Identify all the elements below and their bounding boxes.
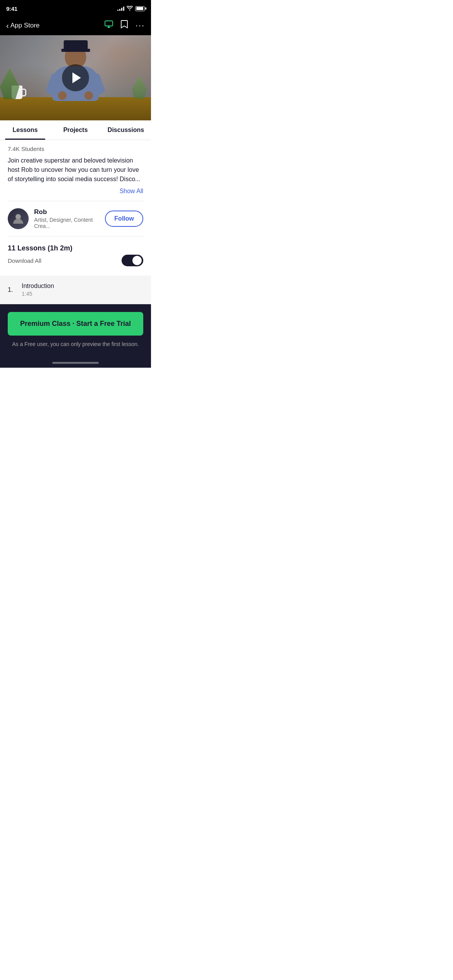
- instructor-title: Artist, Designer, Content Crea...: [34, 217, 100, 229]
- lesson-content: Introduction 1:45: [22, 283, 143, 297]
- signal-icon: [117, 6, 124, 11]
- back-chevron-icon: ‹: [6, 22, 9, 29]
- download-all-label: Download All: [8, 257, 41, 264]
- nav-bar: ‹ App Store ···: [0, 17, 151, 35]
- tab-discussions[interactable]: Discussions: [101, 120, 151, 140]
- lesson-duration: 1:45: [22, 291, 143, 297]
- back-button[interactable]: ‹ App Store: [6, 22, 39, 29]
- video-player[interactable]: [0, 35, 151, 120]
- tab-projects[interactable]: Projects: [50, 120, 101, 140]
- show-all-container: Show All: [0, 186, 151, 201]
- play-triangle-icon: [72, 72, 81, 83]
- svg-point-1: [15, 214, 21, 219]
- instructor-avatar: [8, 208, 29, 229]
- lesson-item[interactable]: 1. Introduction 1:45: [0, 276, 151, 304]
- instructor-row: Rob Artist, Designer, Content Crea... Fo…: [0, 201, 151, 236]
- cta-subtitle: As a Free user, you can only preview the…: [8, 341, 143, 347]
- status-bar: 9:41: [0, 0, 151, 17]
- more-icon[interactable]: ···: [136, 21, 145, 31]
- students-count: 7.4K Students: [0, 140, 151, 152]
- airplay-icon[interactable]: [105, 21, 113, 30]
- lesson-title: Introduction: [22, 283, 143, 290]
- avatar-inner: [8, 208, 29, 229]
- play-button[interactable]: [62, 64, 89, 91]
- nav-action-icons: ···: [105, 20, 145, 31]
- person-hand-left: [58, 91, 67, 100]
- lessons-section: 11 Lessons (1h 2m) Download All: [0, 236, 151, 270]
- svg-rect-0: [105, 21, 113, 26]
- content-area: 7.4K Students Join creative superstar an…: [0, 140, 151, 304]
- cta-button[interactable]: Premium Class · Start a Free Trial: [8, 312, 143, 336]
- toggle-knob: [132, 256, 142, 265]
- person-hat: [63, 40, 88, 52]
- status-icons: [117, 6, 145, 12]
- lesson-list: 1. Introduction 1:45: [0, 276, 151, 304]
- tabs-container: Lessons Projects Discussions: [0, 120, 151, 140]
- instructor-info: Rob Artist, Designer, Content Crea...: [34, 208, 100, 229]
- bookmark-icon[interactable]: [121, 20, 128, 31]
- back-label: App Store: [10, 22, 40, 29]
- download-toggle[interactable]: [122, 255, 143, 266]
- course-description: Join creative superstar and beloved tele…: [0, 152, 151, 186]
- follow-button[interactable]: Follow: [105, 211, 143, 227]
- lessons-subrow: Download All: [8, 255, 143, 266]
- status-time: 9:41: [6, 5, 17, 12]
- lesson-number: 1.: [8, 286, 15, 293]
- lessons-header: 11 Lessons (1h 2m): [8, 244, 143, 252]
- instructor-name: Rob: [34, 208, 100, 216]
- battery-icon: [135, 6, 145, 11]
- person-hand-right: [84, 91, 93, 100]
- bottom-cta: Premium Class · Start a Free Trial As a …: [0, 304, 151, 359]
- wifi-icon: [127, 6, 133, 12]
- home-indicator: [0, 359, 151, 368]
- show-all-link[interactable]: Show All: [120, 188, 143, 194]
- home-bar: [52, 362, 99, 364]
- tab-lessons[interactable]: Lessons: [0, 120, 50, 140]
